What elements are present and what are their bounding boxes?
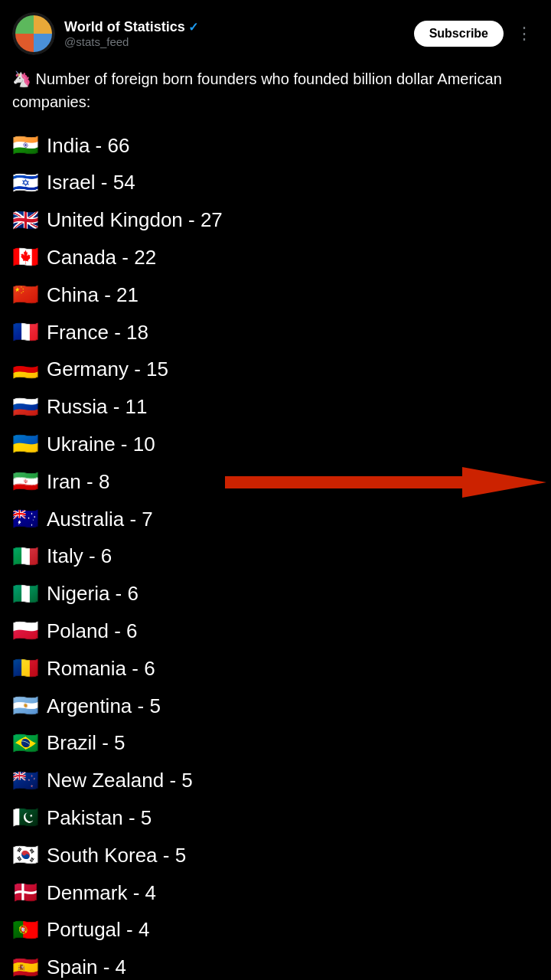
country-label: Brazil - 5 (47, 727, 126, 760)
flag-icon: 🇨🇳 (12, 278, 39, 312)
list-item: 🇦🇺 Australia - 7 (12, 502, 539, 537)
country-label: Ukraine - 10 (47, 429, 155, 461)
flag-icon: 🇩🇪 (12, 353, 39, 387)
list-item: 🇬🇧 United Kingdon - 27 (12, 204, 539, 238)
list-item: 🇦🇷 Argentina - 5 (12, 689, 539, 724)
flag-icon: 🇺🇦 (12, 427, 39, 462)
flag-icon: 🇮🇳 (12, 129, 39, 163)
list-item: 🇩🇪 Germany - 15 (12, 353, 539, 387)
country-label: China - 21 (47, 279, 139, 312)
list-item: 🇳🇬 Nigeria - 6 (12, 577, 539, 612)
svg-marker-1 (225, 467, 546, 498)
list-item: 🇺🇦 Ukraine - 10 (12, 427, 539, 462)
country-label: Italy - 6 (47, 541, 112, 573)
country-label: Denmark - 4 (47, 877, 156, 910)
flag-icon: 🇪🇸 (12, 951, 39, 980)
list-item: 🇮🇱 Israel - 54 (12, 166, 539, 201)
flag-icon: 🇵🇱 (12, 614, 39, 648)
flag-icon: 🇬🇧 (12, 204, 39, 238)
country-label: New Zealand - 5 (47, 765, 193, 797)
flag-icon: 🇰🇷 (12, 838, 39, 873)
flag-icon: 🇵🇰 (12, 801, 39, 835)
flag-icon: 🇦🇷 (12, 689, 39, 724)
country-label: Poland - 6 (47, 616, 138, 648)
country-label: Israel - 54 (47, 167, 135, 199)
list-item: 🇮🇳 India - 66 (12, 129, 539, 163)
account-details: World of Statistics ✓ @stats_feed (64, 19, 198, 48)
country-label: Nigeria - 6 (47, 578, 139, 610)
country-label: India - 66 (47, 130, 129, 162)
more-options-button[interactable]: ⋮ (510, 21, 539, 47)
list-item: 🇪🇸 Spain - 4 (12, 951, 539, 980)
list-item: 🇩🇰 Denmark - 4 (12, 876, 539, 910)
country-list: 🇮🇳 India - 66 🇮🇱 Israel - 54 🇬🇧 United K… (12, 129, 539, 980)
flag-icon: 🇷🇴 (12, 652, 39, 686)
post-header: World of Statistics ✓ @stats_feed Subscr… (12, 12, 539, 55)
country-label: Canada - 22 (47, 242, 156, 274)
flag-icon: 🇩🇰 (12, 876, 39, 910)
list-item: 🇳🇿 New Zealand - 5 (12, 764, 539, 799)
list-item: 🇫🇷 France - 18 (12, 315, 539, 350)
country-label: Argentina - 5 (47, 691, 161, 723)
list-item: 🇧🇷 Brazil - 5 (12, 727, 539, 761)
country-label: Pakistan - 5 (47, 802, 152, 835)
flag-icon: 🇳🇿 (12, 764, 39, 799)
flag-icon: 🇮🇹 (12, 540, 39, 574)
country-label: Romania - 6 (47, 653, 155, 685)
flag-icon: 🇵🇹 (12, 913, 39, 948)
arrow-icon (225, 464, 546, 501)
subscribe-button[interactable]: Subscribe (414, 21, 504, 47)
account-handle: @stats_feed (64, 35, 198, 48)
list-item: 🇰🇷 South Korea - 5 (12, 838, 539, 873)
list-item: 🇮🇹 Italy - 6 (12, 540, 539, 574)
country-label: Portugal - 4 (47, 914, 149, 946)
list-item: 🇵🇰 Pakistan - 5 (12, 801, 539, 835)
country-label: Iran - 8 (47, 466, 109, 498)
country-label: Spain - 4 (47, 952, 126, 980)
header-actions: Subscribe ⋮ (414, 21, 539, 47)
country-label: South Korea - 5 (47, 840, 186, 872)
list-item: 🇷🇺 Russia - 11 (12, 390, 539, 425)
flag-icon: 🇧🇷 (12, 727, 39, 761)
flag-icon: 🇮🇷 (12, 465, 39, 499)
account-info-section: World of Statistics ✓ @stats_feed (12, 12, 198, 55)
avatar[interactable] (12, 12, 55, 55)
list-item: 🇨🇳 China - 21 (12, 278, 539, 312)
country-label: France - 18 (47, 317, 148, 349)
list-item: 🇵🇱 Poland - 6 (12, 614, 539, 648)
account-name: World of Statistics ✓ (64, 19, 198, 35)
post-text: 🦄 Number of foreign born founders who fo… (12, 67, 539, 113)
flag-icon: 🇷🇺 (12, 390, 39, 425)
flag-icon: 🇨🇦 (12, 240, 39, 275)
flag-icon: 🇦🇺 (12, 502, 39, 537)
page-container: World of Statistics ✓ @stats_feed Subscr… (0, 0, 551, 980)
list-item: 🇵🇹 Portugal - 4 (12, 913, 539, 948)
country-label: United Kingdon - 27 (47, 204, 223, 237)
flag-icon: 🇳🇬 (12, 577, 39, 612)
list-item: 🇷🇴 Romania - 6 (12, 652, 539, 686)
name-text: World of Statistics (64, 19, 185, 35)
country-label: Russia - 11 (47, 391, 148, 423)
verified-badge: ✓ (188, 20, 198, 34)
flag-icon: 🇮🇱 (12, 166, 39, 201)
list-item: 🇮🇷 Iran - 8 (12, 465, 539, 499)
country-label: Australia - 7 (47, 504, 153, 536)
country-label: Germany - 15 (47, 354, 168, 386)
list-item: 🇨🇦 Canada - 22 (12, 240, 539, 275)
flag-icon: 🇫🇷 (12, 315, 39, 350)
